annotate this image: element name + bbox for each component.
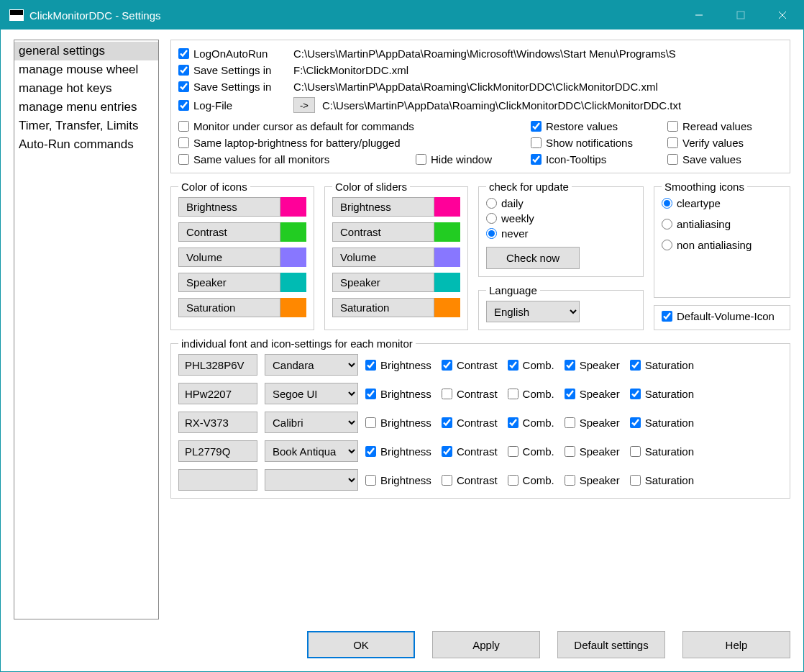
sidebar-item[interactable]: Auto-Run commands: [14, 135, 158, 154]
color-label-button[interactable]: Volume: [332, 248, 434, 267]
color-swatch[interactable]: [280, 197, 306, 217]
smoothing-icons-group: Smoothing icons cleartypeantialiasingnon…: [654, 181, 790, 298]
color-label-button[interactable]: Saturation: [332, 298, 434, 317]
sidebar-item[interactable]: general settings: [14, 42, 158, 60]
sidebar-item[interactable]: manage mouse wheel: [14, 60, 158, 79]
color-label-button[interactable]: Brightness: [178, 197, 280, 217]
top-options-group: LogOnAutoRunC:\Users\MartinP\AppData\Roa…: [170, 40, 790, 173]
monitor-col-checkbox[interactable]: Saturation: [630, 474, 694, 486]
option-checkbox[interactable]: Show notifications: [531, 137, 667, 149]
update-radio[interactable]: never: [486, 227, 636, 240]
color-swatch[interactable]: [280, 222, 306, 242]
update-radio[interactable]: weekly: [486, 212, 636, 224]
monitor-col-checkbox[interactable]: Comb.: [508, 474, 554, 486]
monitor-font-select[interactable]: [265, 469, 358, 491]
sidebar-item[interactable]: manage menu entries: [14, 98, 158, 117]
monitor-col-checkbox[interactable]: Brightness: [365, 445, 431, 458]
color-label-button[interactable]: Speaker: [332, 273, 434, 292]
option-checkbox[interactable]: Monitor under cursor as default for comm…: [178, 120, 531, 132]
monitor-col-checkbox[interactable]: Saturation: [630, 445, 694, 458]
color-swatch[interactable]: [280, 298, 306, 317]
log-file-open-button[interactable]: ->: [293, 97, 315, 113]
monitor-col-checkbox[interactable]: Brightness: [365, 359, 431, 371]
monitor-font-select[interactable]: Segoe UI: [265, 383, 358, 404]
svg-rect-1: [737, 12, 744, 19]
option-checkbox[interactable]: Same laptop-brightness for battery/plugg…: [178, 137, 531, 149]
monitor-col-checkbox[interactable]: Speaker: [565, 359, 620, 371]
toprow-checkbox[interactable]: Save Settings in: [178, 64, 286, 76]
monitor-col-checkbox[interactable]: Contrast: [442, 359, 498, 371]
monitor-font-select[interactable]: Book Antiqua: [265, 440, 358, 462]
sidebar: general settingsmanage mouse wheelmanage…: [14, 40, 159, 619]
maximize-button[interactable]: [720, 1, 762, 29]
color-swatch[interactable]: [434, 222, 460, 242]
option-checkbox[interactable]: Restore values: [531, 120, 667, 132]
check-now-button[interactable]: Check now: [486, 247, 580, 269]
color-label-button[interactable]: Speaker: [178, 273, 280, 292]
monitor-col-checkbox[interactable]: Speaker: [565, 445, 620, 458]
monitor-font-select[interactable]: Calibri: [265, 412, 358, 433]
color-swatch[interactable]: [280, 248, 306, 267]
default-settings-button[interactable]: Default settings: [557, 631, 665, 658]
sidebar-item[interactable]: manage hot keys: [14, 79, 158, 98]
monitor-col-checkbox[interactable]: Saturation: [630, 359, 694, 371]
monitor-col-checkbox[interactable]: Contrast: [442, 474, 498, 486]
settings-window: ClickMonitorDDC - Settings general setti…: [0, 0, 804, 672]
monitor-col-checkbox[interactable]: Saturation: [630, 388, 694, 400]
monitor-col-checkbox[interactable]: Comb.: [508, 445, 554, 458]
update-radio[interactable]: daily: [486, 197, 636, 209]
toprow-checkbox[interactable]: Save Settings in: [178, 81, 286, 93]
monitor-name-field[interactable]: [178, 469, 257, 491]
option-checkbox[interactable]: Same values for all monitors: [178, 153, 416, 165]
monitor-col-checkbox[interactable]: Contrast: [442, 417, 498, 429]
apply-button[interactable]: Apply: [432, 631, 540, 658]
option-checkbox[interactable]: Save values: [667, 153, 782, 165]
option-checkbox[interactable]: Verify values: [667, 137, 782, 149]
titlebar: ClickMonitorDDC - Settings: [1, 1, 803, 29]
toprow-checkbox[interactable]: Log-File: [178, 99, 286, 112]
ok-button[interactable]: OK: [307, 631, 415, 658]
monitor-col-checkbox[interactable]: Speaker: [565, 388, 620, 400]
monitor-col-checkbox[interactable]: Comb.: [508, 388, 554, 400]
monitor-name-field[interactable]: [178, 383, 257, 404]
monitor-name-field[interactable]: [178, 412, 257, 433]
smoothing-radio[interactable]: non antialiasing: [662, 239, 782, 251]
color-swatch[interactable]: [434, 248, 460, 267]
smoothing-radio[interactable]: cleartype: [662, 197, 782, 209]
toprow-checkbox[interactable]: LogOnAutoRun: [178, 47, 286, 60]
check-for-update-group: check for update dailyweeklynever Check …: [478, 181, 644, 277]
color-label-button[interactable]: Brightness: [332, 197, 434, 217]
monitor-col-checkbox[interactable]: Contrast: [442, 388, 498, 400]
monitor-name-field[interactable]: [178, 354, 257, 376]
option-checkbox[interactable]: Reread values: [667, 120, 782, 132]
monitor-col-checkbox[interactable]: Comb.: [508, 417, 554, 429]
color-swatch[interactable]: [434, 273, 460, 292]
language-select[interactable]: English: [486, 301, 580, 322]
color-label-button[interactable]: Contrast: [178, 222, 280, 242]
smoothing-radio[interactable]: antialiasing: [662, 218, 782, 230]
close-button[interactable]: [762, 1, 803, 29]
color-label-button[interactable]: Volume: [178, 248, 280, 267]
option-checkbox[interactable]: Hide window: [416, 153, 531, 165]
monitor-col-checkbox[interactable]: Contrast: [442, 445, 498, 458]
path-text: F:\ClickMonitorDDC.xml: [293, 64, 782, 76]
color-label-button[interactable]: Saturation: [178, 298, 280, 317]
default-volume-icon-checkbox[interactable]: Default-Volume-Icon: [662, 310, 782, 322]
option-checkbox[interactable]: Icon-Tooltips: [531, 153, 667, 165]
help-button[interactable]: Help: [682, 631, 790, 658]
color-swatch[interactable]: [434, 197, 460, 217]
monitor-col-checkbox[interactable]: Speaker: [565, 417, 620, 429]
color-label-button[interactable]: Contrast: [332, 222, 434, 242]
monitor-col-checkbox[interactable]: Brightness: [365, 474, 431, 486]
minimize-button[interactable]: [678, 1, 720, 29]
monitor-name-field[interactable]: [178, 440, 257, 462]
color-swatch[interactable]: [434, 298, 460, 317]
monitor-font-select[interactable]: Candara: [265, 354, 358, 376]
monitor-col-checkbox[interactable]: Brightness: [365, 388, 431, 400]
monitor-col-checkbox[interactable]: Saturation: [630, 417, 694, 429]
monitor-col-checkbox[interactable]: Brightness: [365, 417, 431, 429]
monitor-col-checkbox[interactable]: Speaker: [565, 474, 620, 486]
monitor-col-checkbox[interactable]: Comb.: [508, 359, 554, 371]
color-swatch[interactable]: [280, 273, 306, 292]
sidebar-item[interactable]: Timer, Transfer, Limits: [14, 117, 158, 135]
